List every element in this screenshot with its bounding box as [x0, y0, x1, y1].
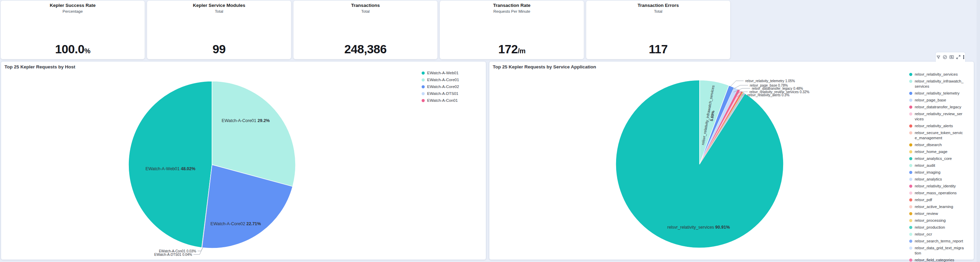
- legend-item[interactable]: relsvr_imaging: [909, 170, 970, 175]
- legend-label[interactable]: EWatch-A-Web01: [427, 70, 477, 76]
- legend-by-service-application: relsvr_relativity_servicesrelsvr_relativ…: [909, 72, 970, 262]
- legend-swatch: [909, 205, 912, 208]
- legend-item[interactable]: relsvr_ocr: [909, 232, 970, 237]
- legend-label[interactable]: relsvr_analytics_core: [915, 156, 964, 161]
- legend-label[interactable]: relsvr_pdf: [915, 197, 964, 203]
- legend-label[interactable]: relsvr_audit: [915, 163, 964, 168]
- legend-label[interactable]: relsvr_review: [915, 211, 964, 216]
- legend-label[interactable]: relsvr_dtsearch: [915, 142, 964, 147]
- legend-label[interactable]: EWatch-A-Core02: [427, 84, 477, 89]
- legend-item[interactable]: relsvr_secure_token_service_management: [909, 130, 970, 141]
- legend-item[interactable]: EWatch-A-Con01: [422, 98, 483, 103]
- legend-label[interactable]: relsvr_production: [915, 225, 964, 230]
- legend-item[interactable]: EWatch-A-Core02: [422, 84, 483, 89]
- legend-swatch: [909, 219, 912, 222]
- legend-swatch: [422, 92, 425, 95]
- legend-item[interactable]: relsvr_relativity_infrawatch_services: [909, 79, 970, 89]
- legend-label[interactable]: relsvr_secure_token_service_management: [915, 130, 964, 141]
- legend-label[interactable]: EWatch-A-DTS01: [427, 91, 477, 96]
- legend-label[interactable]: relsvr_relativity_alerts: [915, 123, 964, 129]
- legend-label[interactable]: relsvr_field_categories: [915, 257, 964, 262]
- scrollbar-track[interactable]: [977, 0, 980, 262]
- legend-swatch: [422, 72, 425, 75]
- legend-swatch: [909, 246, 912, 249]
- legend-item[interactable]: relsvr_pdf: [909, 197, 970, 203]
- legend-label[interactable]: relsvr_search_terms_report: [915, 239, 964, 244]
- metric-value: 99: [147, 42, 291, 56]
- maximize-icon[interactable]: [956, 55, 961, 59]
- metric-subtitle: Total: [147, 9, 291, 13]
- legend-label[interactable]: EWatch-A-Core01: [427, 77, 477, 83]
- legend-label[interactable]: relsvr_mass_operations: [915, 190, 964, 196]
- legend-item[interactable]: relsvr_dtsearch: [909, 142, 970, 147]
- metric-title: Transaction Errors: [586, 3, 730, 8]
- metric-title: Transactions: [293, 3, 438, 8]
- legend-swatch: [909, 259, 912, 262]
- metric-card-5: Transaction ErrorsTotal117: [586, 1, 730, 59]
- legend-label[interactable]: relsvr_relativity_identity: [915, 184, 964, 189]
- legend-swatch: [909, 212, 912, 215]
- legend-item[interactable]: EWatch-A-DTS01: [422, 91, 483, 96]
- legend-item[interactable]: relsvr_relativity_review_services: [909, 112, 970, 122]
- metric-subtitle: Requests Per Minute: [440, 9, 584, 13]
- legend-item[interactable]: relsvr_relativity_telemetry: [909, 91, 970, 96]
- filter-icon[interactable]: [936, 55, 940, 59]
- inspect-icon[interactable]: [950, 55, 954, 59]
- legend-swatch: [909, 198, 912, 201]
- legend-swatch: [422, 78, 425, 81]
- legend-label[interactable]: EWatch-A-Con01: [427, 98, 477, 103]
- legend-label[interactable]: relsvr_relativity_review_services: [915, 112, 964, 122]
- legend-swatch: [422, 99, 425, 102]
- legend-item[interactable]: relsvr_field_categories: [909, 257, 970, 262]
- legend-item[interactable]: relsvr_production: [909, 225, 970, 230]
- legend-item[interactable]: relsvr_mass_operations: [909, 190, 970, 196]
- edit-icon[interactable]: [943, 55, 947, 59]
- legend-item[interactable]: relsvr_page_base: [909, 97, 970, 103]
- legend-item[interactable]: relsvr_processing: [909, 218, 970, 223]
- legend-label[interactable]: relsvr_analytics: [915, 177, 964, 182]
- legend-swatch: [909, 226, 912, 229]
- legend-swatch: [909, 171, 912, 174]
- legend-item[interactable]: relsvr_analytics: [909, 177, 970, 182]
- legend-label[interactable]: relsvr_imaging: [915, 170, 964, 175]
- metric-subtitle: Percentage: [1, 9, 145, 13]
- legend-item[interactable]: relsvr_relativity_alerts: [909, 123, 970, 129]
- legend-label[interactable]: relsvr_relativity_telemetry: [915, 91, 964, 96]
- legend-item[interactable]: EWatch-A-Web01: [422, 70, 483, 76]
- legend-label[interactable]: relsvr_relativity_infrawatch_services: [915, 79, 964, 89]
- legend-swatch: [909, 240, 912, 243]
- legend-label[interactable]: relsvr_processing: [915, 218, 964, 223]
- legend-item[interactable]: relsvr_search_terms_report: [909, 239, 970, 244]
- legend-label[interactable]: relsvr_active_learning: [915, 204, 964, 209]
- legend-label[interactable]: relsvr_data_grid_text_migration: [915, 246, 964, 256]
- metric-card-3: TransactionsTotal248,386: [293, 1, 438, 59]
- pie-slice-EWatch-A-Web01[interactable]: [129, 81, 212, 248]
- metric-title: Kepler Service Modules: [147, 3, 291, 8]
- slice-label-relativity-services: relsvr_relativity_services 90.91%: [667, 225, 730, 230]
- legend-item[interactable]: relsvr_relativity_services: [909, 72, 970, 77]
- panel-requests-by-host: Top 25 Kepler Requests by Host EWatch-A-…: [1, 61, 486, 260]
- legend-item[interactable]: relsvr_audit: [909, 163, 970, 168]
- slice-label-core01: EWatch-A-Core01 29.2%: [222, 118, 270, 123]
- legend-item[interactable]: relsvr_data_grid_text_migration: [909, 246, 970, 256]
- legend-item[interactable]: relsvr_home_page: [909, 149, 970, 154]
- legend-swatch: [909, 80, 912, 83]
- metric-card-1: Kepler Success RatePercentage100.0%: [1, 1, 145, 59]
- legend-label[interactable]: relsvr_datatransfer_legacy: [915, 104, 964, 110]
- legend-label[interactable]: relsvr_ocr: [915, 232, 964, 237]
- slice-label-web01: EWatch-A-Web01 48.02%: [145, 166, 195, 171]
- legend-item[interactable]: EWatch-A-Core01: [422, 77, 483, 83]
- panel-requests-by-service-application: Top 25 Kepler Requests by Service Applic…: [489, 61, 974, 260]
- panel-menu-icon[interactable]: [963, 55, 964, 59]
- legend-label[interactable]: relsvr_page_base: [915, 97, 964, 103]
- slice-label-core02: EWatch-A-Core02 22.71%: [211, 221, 261, 226]
- legend-item[interactable]: relsvr_active_learning: [909, 204, 970, 209]
- legend-label[interactable]: relsvr_relativity_services: [915, 72, 964, 77]
- legend-label[interactable]: relsvr_home_page: [915, 149, 964, 154]
- legend-item[interactable]: relsvr_datatransfer_legacy: [909, 104, 970, 110]
- legend-item[interactable]: relsvr_relativity_identity: [909, 184, 970, 189]
- legend-by-host: EWatch-A-Web01EWatch-A-Core01EWatch-A-Co…: [422, 70, 483, 105]
- legend-swatch: [909, 233, 912, 236]
- legend-item[interactable]: relsvr_analytics_core: [909, 156, 970, 161]
- legend-item[interactable]: relsvr_review: [909, 211, 970, 216]
